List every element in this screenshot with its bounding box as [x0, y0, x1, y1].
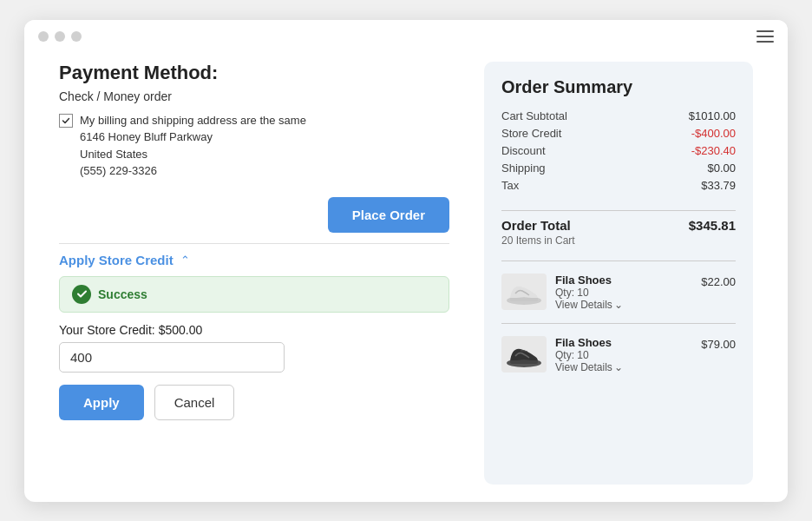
action-buttons: Apply Cancel: [59, 385, 449, 420]
product-info-1: Fila Shoes Qty: 10 View Details ⌄: [555, 274, 692, 311]
place-order-button[interactable]: Place Order: [328, 197, 449, 233]
billing-address-text: My billing and shipping address are the …: [80, 112, 306, 180]
apply-store-credit-row: Apply Store Credit ⌃: [59, 253, 449, 267]
items-in-cart: 20 Items in Cart: [501, 234, 736, 247]
billing-section: My billing and shipping address are the …: [59, 112, 449, 180]
summary-row-cart-subtotal: Cart Subtotal $1010.00: [501, 109, 736, 122]
left-panel: Payment Method: Check / Money order My b…: [59, 62, 449, 485]
success-banner: Success: [59, 276, 449, 313]
order-total-label: Order Total: [501, 218, 571, 233]
close-dot: [38, 31, 49, 42]
product-image-1: [501, 274, 547, 310]
apply-button[interactable]: Apply: [59, 385, 144, 420]
summary-total-divider: [501, 210, 736, 211]
store-credit-value: -$400.00: [691, 127, 736, 140]
order-total-value: $345.81: [689, 218, 736, 233]
product-name-2: Fila Shoes: [555, 336, 692, 349]
place-order-row: Place Order: [59, 197, 449, 233]
discount-label: Discount: [501, 144, 546, 157]
order-summary-title: Order Summary: [501, 77, 736, 97]
payment-method-label: Check / Money order: [59, 89, 449, 103]
discount-value: -$230.40: [691, 144, 736, 157]
svg-rect-3: [510, 360, 538, 364]
summary-row-shipping: Shipping $0.00: [501, 162, 736, 175]
minimize-dot: [55, 31, 65, 42]
cart-subtotal-value: $1010.00: [689, 109, 736, 122]
shipping-label: Shipping: [501, 162, 546, 175]
payment-title: Payment Method:: [59, 62, 449, 84]
product-qty-1: Qty: 10: [555, 287, 692, 299]
summary-row-store-credit: Store Credit -$400.00: [501, 127, 736, 140]
product-image-2: [501, 336, 547, 373]
maximize-dot: [71, 31, 82, 42]
tax-value: $33.79: [701, 179, 736, 192]
product-item-1: Fila Shoes Qty: 10 View Details ⌄ $22.00: [501, 267, 736, 318]
success-icon: [72, 285, 91, 304]
product-item-2: Fila Shoes Qty: 10 View Details ⌄ $79.00: [501, 329, 736, 380]
tax-label: Tax: [501, 179, 519, 192]
summary-row-discount: Discount -$230.40: [501, 144, 736, 157]
order-total-row: Order Total $345.81: [501, 218, 736, 233]
chevron-down-icon-2: ⌄: [614, 361, 623, 373]
window-controls: [38, 31, 82, 42]
product-view-details-1[interactable]: View Details ⌄: [555, 299, 692, 311]
success-text: Success: [98, 287, 147, 301]
product-price-2: $79.00: [701, 338, 736, 351]
chevron-up-icon[interactable]: ⌃: [180, 254, 190, 267]
cancel-button[interactable]: Cancel: [154, 385, 235, 420]
billing-checkbox[interactable]: [59, 114, 73, 128]
summary-rows: Cart Subtotal $1010.00 Store Credit -$40…: [501, 109, 736, 196]
shipping-value: $0.00: [707, 162, 736, 175]
main-window: Payment Method: Check / Money order My b…: [24, 20, 788, 502]
summary-row-tax: Tax $33.79: [501, 179, 736, 192]
product-price-1: $22.00: [701, 275, 736, 288]
store-credit-label: Store Credit: [501, 127, 561, 140]
product-view-details-2[interactable]: View Details ⌄: [555, 361, 692, 373]
hamburger-menu[interactable]: [756, 30, 774, 43]
order-summary-panel: Order Summary Cart Subtotal $1010.00 Sto…: [484, 62, 753, 485]
chevron-down-icon-1: ⌄: [614, 299, 623, 311]
product-name-1: Fila Shoes: [555, 274, 692, 287]
product-qty-2: Qty: 10: [555, 349, 692, 361]
apply-store-credit-toggle[interactable]: Apply Store Credit: [59, 253, 174, 267]
store-credit-balance-label: Your Store Credit: $500.00: [59, 323, 449, 337]
store-credit-input[interactable]: [59, 342, 285, 373]
titlebar: [24, 20, 788, 53]
content-area: Payment Method: Check / Money order My b…: [24, 53, 788, 502]
cart-subtotal-label: Cart Subtotal: [501, 109, 567, 122]
product-divider-1: [501, 260, 736, 261]
section-divider: [59, 243, 449, 244]
product-divider-2: [501, 323, 736, 324]
svg-rect-1: [510, 298, 538, 301]
product-info-2: Fila Shoes Qty: 10 View Details ⌄: [555, 336, 692, 373]
